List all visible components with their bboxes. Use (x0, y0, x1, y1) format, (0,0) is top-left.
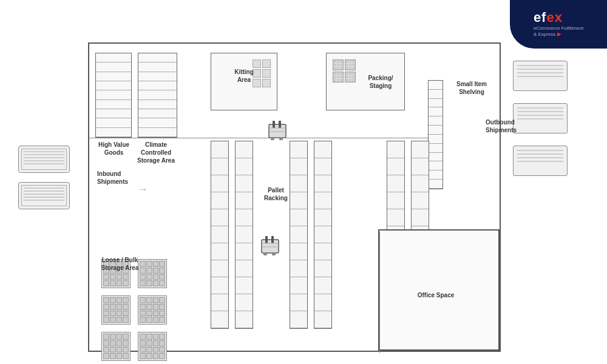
bulk-box-4 (138, 295, 167, 325)
label-outbound: OutboundShipments (486, 118, 517, 134)
warehouse-boundary: High ValueGoods ClimateControlledStorage… (88, 42, 501, 352)
vehicle-van-2 (18, 182, 70, 209)
vehicle-van-1 (18, 146, 70, 173)
warehouse-floorplan: High ValueGoods ClimateControlledStorage… (18, 24, 589, 352)
bulk-box-3 (101, 295, 131, 325)
h-divider-1 (89, 138, 429, 138)
svg-rect-8 (265, 236, 268, 243)
label-bulk: Loose / BulkStorage Area (94, 256, 146, 272)
bulk-box-6 (138, 332, 167, 361)
forklift-middle (258, 229, 282, 258)
svg-rect-9 (271, 236, 274, 243)
svg-rect-1 (273, 121, 275, 128)
small-shelving (428, 80, 443, 189)
logo-brand: efex (534, 11, 583, 24)
rack-col-4 (314, 141, 332, 329)
label-packing: Packing/Staging (353, 74, 408, 90)
svg-rect-0 (269, 124, 286, 138)
rack-col-1 (211, 141, 229, 329)
svg-rect-2 (279, 121, 281, 128)
inbound-arrow-icon: → (137, 183, 148, 196)
label-kitting: KittingArea (220, 68, 268, 84)
label-inbound: InboundShipments (97, 170, 128, 186)
v-divider-office (379, 232, 380, 353)
rack-col-3 (290, 141, 308, 329)
label-climate: ClimateControlledStorage Area (134, 141, 178, 164)
label-office: Office Space (405, 291, 466, 299)
office-space (378, 229, 500, 351)
label-high-value: High ValueGoods (94, 141, 134, 157)
label-pallet-racking: PalletRacking (256, 186, 296, 202)
vehicle-truck-3 (513, 146, 568, 176)
high-value-area (95, 53, 132, 138)
svg-rect-7 (262, 240, 279, 253)
rack-col-2 (235, 141, 253, 329)
bulk-box-5 (101, 332, 131, 361)
vehicle-truck-1 (513, 61, 568, 91)
label-small-shelving: Small ItemShelving (447, 80, 496, 96)
climate-area (138, 53, 177, 138)
vehicle-truck-2 (513, 103, 568, 133)
